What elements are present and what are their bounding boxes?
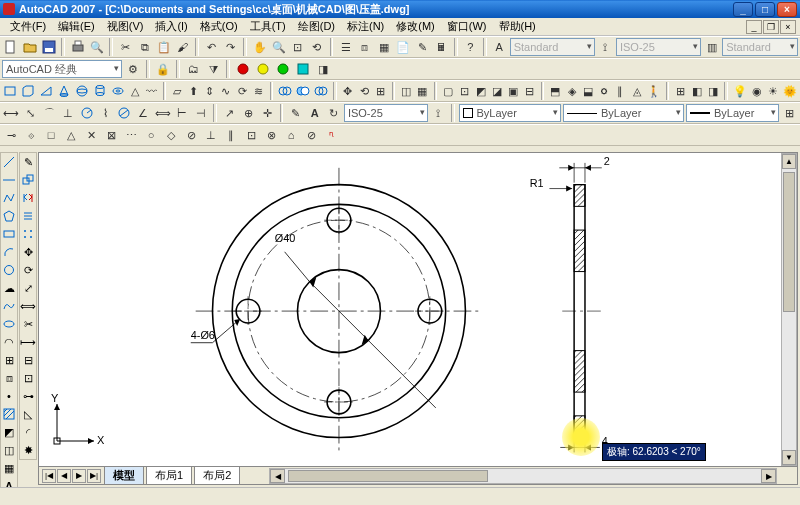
osnap-par-icon[interactable]: ∥ xyxy=(222,126,240,144)
minimize-button[interactable]: _ xyxy=(733,2,753,17)
osnap-mid-icon[interactable]: △ xyxy=(62,126,80,144)
array-icon[interactable] xyxy=(20,226,36,242)
offset-icon[interactable] xyxy=(20,208,36,224)
ucs-world-icon[interactable]: ⊞ xyxy=(673,82,687,100)
calc-icon[interactable]: 🖩 xyxy=(433,38,450,56)
menu-view[interactable]: 视图(V) xyxy=(101,18,150,35)
tab-first-icon[interactable]: |◀ xyxy=(42,469,56,483)
tab-prev-icon[interactable]: ◀ xyxy=(57,469,71,483)
cone-icon[interactable] xyxy=(56,82,72,100)
bylayer-linetype-combo[interactable]: ByLayer xyxy=(563,104,684,122)
region-icon[interactable]: ◫ xyxy=(1,442,17,458)
workspace-combo[interactable]: AutoCAD 经典 xyxy=(2,60,122,78)
osnap-settings-icon[interactable]: ᶯ xyxy=(322,126,340,144)
pline-icon[interactable] xyxy=(1,190,17,206)
dimupdate-icon[interactable]: ↻ xyxy=(325,104,342,122)
xline-icon[interactable] xyxy=(1,172,17,188)
mdi-close-button[interactable]: × xyxy=(780,20,796,34)
view-parallel-icon[interactable]: ∥ xyxy=(613,82,627,100)
dimstyle-mgr-icon[interactable]: ⟟ xyxy=(430,104,447,122)
qleader-icon[interactable]: ↗ xyxy=(221,104,238,122)
helix-icon[interactable]: 〰 xyxy=(144,82,158,100)
point-icon[interactable]: • xyxy=(1,388,17,404)
break2-icon[interactable]: ⊡ xyxy=(20,370,36,386)
break-icon[interactable]: ⊟ xyxy=(20,352,36,368)
close-button[interactable]: × xyxy=(777,2,797,17)
dim-aligned-icon[interactable]: ⤡ xyxy=(22,104,39,122)
vs-manage-icon[interactable]: ⊟ xyxy=(522,82,536,100)
dim-radius-icon[interactable] xyxy=(78,104,95,122)
match-prop-icon[interactable]: 🖌 xyxy=(174,38,191,56)
mdi-minimize-button[interactable]: _ xyxy=(746,20,762,34)
qdim-icon[interactable]: ⟺ xyxy=(154,104,172,122)
3dalign-icon[interactable]: ⊞ xyxy=(373,82,387,100)
osnap-quad-icon[interactable]: ◇ xyxy=(162,126,180,144)
pan-icon[interactable]: ✋ xyxy=(251,38,268,56)
tab-layout2[interactable]: 布局2 xyxy=(194,466,240,485)
osnap-near-icon[interactable]: ⌂ xyxy=(282,126,300,144)
tab-next-icon[interactable]: ▶ xyxy=(72,469,86,483)
copy-obj-icon[interactable] xyxy=(20,172,36,188)
hscroll-thumb[interactable] xyxy=(288,470,488,482)
polysolid-icon[interactable] xyxy=(2,82,18,100)
cut-icon[interactable]: ✂ xyxy=(117,38,134,56)
dimrow-combo[interactable]: ISO-25 xyxy=(344,104,428,122)
preview-icon[interactable]: 🔍 xyxy=(88,38,105,56)
sweep-icon[interactable]: ∿ xyxy=(219,82,233,100)
menu-file[interactable]: 文件(F) xyxy=(4,18,52,35)
pyramid-icon[interactable]: △ xyxy=(128,82,142,100)
new-icon[interactable] xyxy=(2,38,19,56)
vs-real-icon[interactable]: ◪ xyxy=(490,82,504,100)
rectangle-icon[interactable] xyxy=(1,226,17,242)
ws-settings-icon[interactable]: ⚙ xyxy=(124,60,142,78)
view-persp-icon[interactable]: ◬ xyxy=(630,82,644,100)
dim-style-combo[interactable]: ISO-25 xyxy=(616,38,701,56)
light-icon[interactable]: 💡 xyxy=(732,82,748,100)
section-icon[interactable]: ◫ xyxy=(399,82,413,100)
dimstyle-icon[interactable]: ⟟ xyxy=(597,38,614,56)
osnap-temp-icon[interactable]: ⊸ xyxy=(2,126,20,144)
print-icon[interactable] xyxy=(69,38,86,56)
layer-states-icon[interactable]: 🗂 xyxy=(184,60,202,78)
line-icon[interactable] xyxy=(1,154,17,170)
color-cyan-swatch[interactable] xyxy=(294,60,312,78)
join-icon[interactable]: ⊶ xyxy=(20,388,36,404)
tab-last-icon[interactable]: ▶| xyxy=(87,469,101,483)
scale-icon[interactable]: ⤢ xyxy=(20,280,36,296)
markup-icon[interactable]: ✎ xyxy=(414,38,431,56)
color-yellow-swatch[interactable] xyxy=(254,60,272,78)
tab-model[interactable]: 模型 xyxy=(104,466,144,485)
union-icon[interactable] xyxy=(277,82,293,100)
table-style-combo[interactable]: Standard xyxy=(722,38,798,56)
view-iso-icon[interactable]: ◈ xyxy=(565,82,579,100)
sun-icon[interactable]: 🌞 xyxy=(782,82,798,100)
cylinder-icon[interactable] xyxy=(92,82,108,100)
hatch-icon[interactable] xyxy=(1,406,17,422)
osnap-int-icon[interactable]: ✕ xyxy=(82,126,100,144)
menu-dim[interactable]: 标注(N) xyxy=(341,18,390,35)
block-insert-icon[interactable]: ⊞ xyxy=(1,352,17,368)
dimedit-icon[interactable]: ✎ xyxy=(287,104,304,122)
table-icon[interactable]: ▦ xyxy=(1,460,17,476)
vs-wire-icon[interactable]: ⊡ xyxy=(457,82,471,100)
help-icon[interactable]: ? xyxy=(462,38,479,56)
ssm-icon[interactable]: 📄 xyxy=(395,38,412,56)
material-icon[interactable]: ◉ xyxy=(750,82,764,100)
save-icon[interactable] xyxy=(40,38,57,56)
text-style-combo[interactable]: Standard xyxy=(510,38,595,56)
dim-diameter-icon[interactable] xyxy=(116,104,133,122)
block-make-icon[interactable]: ⧈ xyxy=(1,370,17,386)
zoom-icon[interactable]: 🔍 xyxy=(270,38,287,56)
spline-icon[interactable] xyxy=(1,298,17,314)
extrude-icon[interactable]: ⬆ xyxy=(186,82,200,100)
tolerance-icon[interactable]: ⊕ xyxy=(240,104,257,122)
polygon-icon[interactable] xyxy=(1,208,17,224)
menu-draw[interactable]: 绘图(D) xyxy=(292,18,341,35)
orbit-icon[interactable]: ⭘ xyxy=(597,82,611,100)
textstyle-icon[interactable]: A xyxy=(491,38,508,56)
vs-concept-icon[interactable]: ▣ xyxy=(506,82,520,100)
osnap-tan-icon[interactable]: ⊘ xyxy=(182,126,200,144)
osnap-ins-icon[interactable]: ⊡ xyxy=(242,126,260,144)
presspull-icon[interactable]: ⇕ xyxy=(203,82,217,100)
dimtedit-icon[interactable]: A xyxy=(306,104,323,122)
